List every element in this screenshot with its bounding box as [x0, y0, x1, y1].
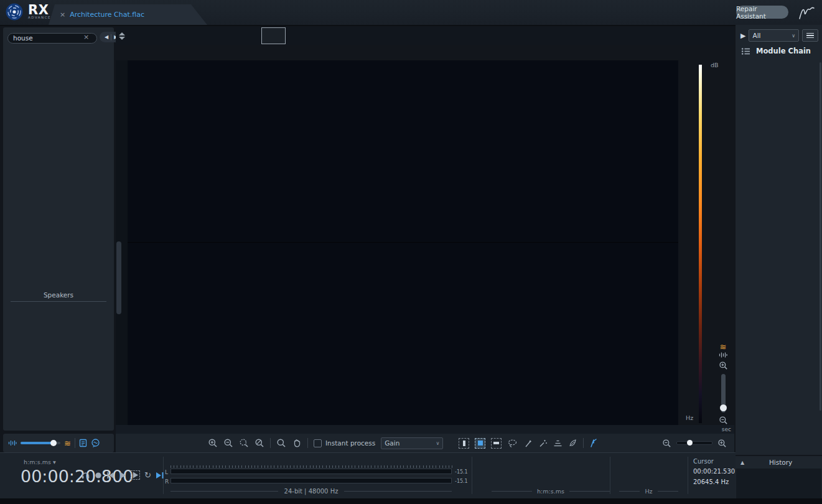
- display-blend-controls: ≋: [3, 434, 114, 452]
- overview-strip: [116, 27, 734, 45]
- spectrogram-vscrollbar[interactable]: [116, 241, 121, 314]
- module-filter-value: All: [752, 32, 760, 39]
- spectrogram-view-icon[interactable]: ≋: [720, 343, 727, 352]
- waveform-view-icon[interactable]: [719, 352, 727, 358]
- time-unit-label: sec: [722, 426, 731, 432]
- db-unit-label: dB: [711, 62, 719, 68]
- horizontal-zoom-controls: [662, 434, 727, 452]
- vertical-zoom-strip: ≋: [715, 343, 731, 432]
- vertical-zoom-in-icon[interactable]: [719, 361, 728, 370]
- blend-slider-thumb[interactable]: [50, 440, 57, 446]
- horizontal-zoom-slider[interactable]: [676, 441, 712, 445]
- instant-process-label: Instant process: [325, 439, 375, 447]
- monitor-headphones-button[interactable]: [81, 471, 90, 480]
- spectrogram-view[interactable]: [128, 60, 678, 425]
- horizontal-zoom-slider-thumb[interactable]: [687, 440, 693, 446]
- play-button[interactable]: [119, 472, 126, 479]
- overview-collapse-control[interactable]: [118, 29, 126, 42]
- clear-search-icon[interactable]: ×: [83, 33, 89, 41]
- horizontal-zoom-out-icon[interactable]: [662, 439, 671, 448]
- find-prev-button[interactable]: ◀: [102, 34, 111, 40]
- repair-assistant-button[interactable]: Repair Assistant: [736, 6, 788, 19]
- audio-format-label: 24-bit | 48000 Hz: [284, 488, 339, 495]
- process-mode-select[interactable]: Gain∨: [381, 437, 443, 449]
- magnify-tool-button[interactable]: [276, 438, 286, 448]
- zoom-selection-button[interactable]: [239, 438, 249, 448]
- magic-wand-tool[interactable]: [538, 439, 548, 448]
- overview-selection-box[interactable]: [261, 27, 286, 44]
- horizontal-zoom-in-icon[interactable]: [717, 439, 727, 448]
- readout-time-unit: h:m:s.ms: [492, 488, 610, 495]
- channel-seam: [128, 242, 678, 243]
- vertical-zoom-out-icon[interactable]: [719, 416, 728, 425]
- waveform-blend-icon[interactable]: [8, 439, 17, 447]
- meter-bar-l: [170, 469, 452, 474]
- feather-selection-tool[interactable]: [568, 439, 577, 448]
- rx-application-window: RX ADVANCED × Architecture Chat.flac Rep…: [0, 0, 822, 504]
- zoom-reset-button[interactable]: [255, 438, 264, 448]
- frequency-scale: Hz: [678, 60, 699, 425]
- loop-playback-button[interactable]: ↻: [144, 471, 151, 480]
- tab-close-icon[interactable]: ×: [60, 11, 65, 19]
- meter-channel-l: L: [165, 469, 168, 475]
- modules-scrollbar[interactable]: [820, 62, 821, 411]
- blend-slider[interactable]: [21, 442, 60, 444]
- module-filter-select[interactable]: All∨: [749, 29, 799, 42]
- spectrogram-canvas[interactable]: [128, 60, 678, 425]
- time-format-select[interactable]: h:m:s.ms ▾: [24, 459, 56, 465]
- speakers-divider: [11, 301, 106, 302]
- vertical-zoom-slider[interactable]: [721, 374, 726, 413]
- channel-strip: [116, 60, 128, 425]
- meter-bar-r: [170, 478, 452, 483]
- cursor-readout-label: Cursor: [693, 458, 714, 465]
- zoom-out-button[interactable]: [223, 438, 233, 448]
- module-menu-button[interactable]: [802, 29, 818, 42]
- cursor-time-value: 00:00:21.530: [693, 468, 735, 475]
- harmonic-selection-tool[interactable]: [589, 438, 598, 448]
- freq-unit-label: Hz: [686, 414, 693, 421]
- instant-process-checkbox[interactable]: [314, 439, 322, 447]
- brush-selection-tool[interactable]: [523, 439, 533, 448]
- tab-architecture-chat[interactable]: × Architecture Chat.flac: [49, 4, 207, 25]
- time-axis: sec: [116, 425, 734, 434]
- speakers-title: Speakers: [3, 291, 114, 299]
- frequency-selection-tool[interactable]: [491, 438, 502, 449]
- speakers-section: Speakers: [3, 291, 114, 306]
- process-mode-value: Gain: [385, 439, 399, 447]
- follow-playhead-button[interactable]: [156, 472, 164, 479]
- zoom-in-button[interactable]: [208, 438, 218, 448]
- module-play-button[interactable]: ▶: [740, 32, 745, 40]
- signature-scribble-icon[interactable]: [796, 2, 817, 22]
- vertical-zoom-slider-thumb[interactable]: [720, 404, 727, 411]
- overview-waveform[interactable]: [128, 27, 727, 44]
- spectrogram-blend-icon[interactable]: ≋: [64, 439, 71, 448]
- meter-value-r: -15.1: [455, 478, 468, 484]
- meter-channel-r: R: [165, 478, 169, 485]
- module-chain-icon: [741, 47, 750, 55]
- module-chain-item[interactable]: Module Chain: [736, 44, 822, 58]
- time-selection-tool[interactable]: [459, 438, 469, 449]
- meter-ticks: [170, 465, 453, 468]
- time-frequency-selection-tool[interactable]: [475, 438, 485, 449]
- lasso-selection-tool[interactable]: [507, 439, 518, 448]
- rx-logo-icon: [5, 2, 24, 21]
- comment-icon[interactable]: [91, 439, 100, 447]
- notes-icon[interactable]: [79, 439, 87, 447]
- app-logo: RX ADVANCED: [5, 2, 55, 21]
- history-title: History: [744, 459, 817, 466]
- expand-selection-tool[interactable]: [553, 439, 563, 447]
- bottom-bar: h:m:s.ms ▾ 00:00:20.800 ↻: [0, 452, 736, 499]
- transport-controls: ↻: [81, 470, 164, 480]
- meter-value-l: -15.1: [455, 469, 468, 475]
- cursor-freq-value: 20645.4 Hz: [693, 478, 729, 485]
- app-title: RX: [28, 4, 55, 16]
- hand-tool-button[interactable]: [292, 438, 302, 448]
- previous-button[interactable]: [106, 472, 114, 479]
- module-chain-label: Module Chain: [756, 47, 811, 55]
- modules-panel: ▶ All∨ Module Chain: [736, 25, 822, 455]
- record-button[interactable]: [95, 472, 102, 479]
- readout-freq-unit: Hz: [619, 488, 678, 495]
- tag-row: [0, 50, 822, 60]
- tab-title: Architecture Chat.flac: [70, 11, 144, 19]
- play-selection-button[interactable]: [131, 470, 140, 480]
